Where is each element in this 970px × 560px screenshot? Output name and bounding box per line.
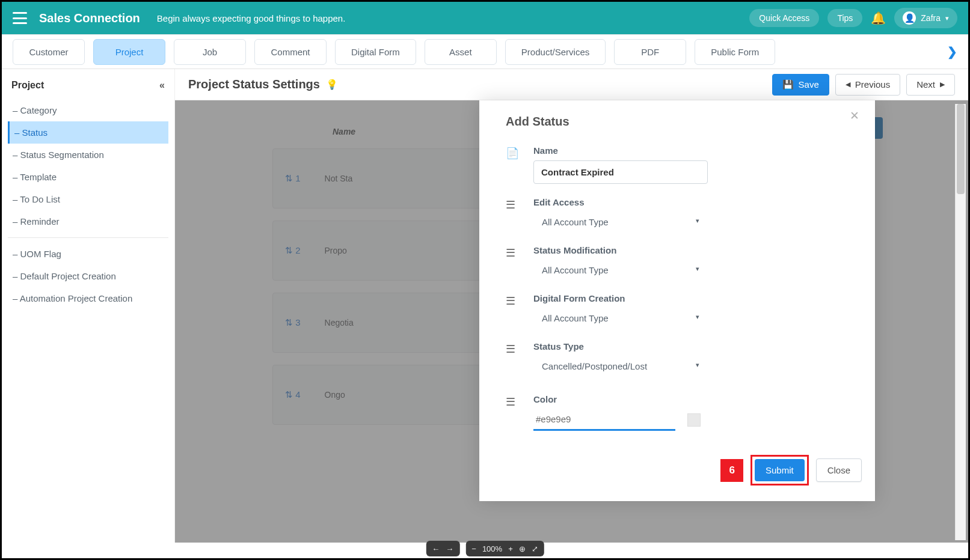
shrink-icon[interactable]: ⤢ xyxy=(532,544,538,553)
edit-access-select[interactable]: All Account Type▾ xyxy=(533,212,708,232)
nav-forward-icon[interactable]: → xyxy=(446,544,453,553)
zoom-label: 100% xyxy=(482,544,502,553)
sidebar-item-default-project-creation[interactable]: – Default Project Creation xyxy=(8,265,168,287)
tab-job[interactable]: Job xyxy=(174,39,246,65)
scrollbar[interactable] xyxy=(955,104,966,540)
caret-down-icon: ▾ xyxy=(696,361,699,371)
lightbulb-icon[interactable]: 💡 xyxy=(326,79,338,90)
color-input[interactable] xyxy=(533,409,675,431)
modal-title: Add Status xyxy=(506,115,862,129)
user-menu[interactable]: 👤 Zafra ▾ xyxy=(894,8,957,28)
edit-access-label: Edit Access xyxy=(533,197,862,207)
caret-down-icon: ▾ xyxy=(696,313,699,323)
top-bar: Sales Connection Begin always expecting … xyxy=(2,2,968,34)
name-input[interactable] xyxy=(533,160,708,184)
sidebar-item-status-segmentation[interactable]: – Status Segmentation xyxy=(8,144,168,166)
tab-digital-form[interactable]: Digital Form xyxy=(335,39,416,65)
status-modification-label: Status Modification xyxy=(533,245,862,255)
tabs-scroll-right-icon[interactable]: ❯ xyxy=(947,44,957,59)
app-title: Sales Connection xyxy=(39,11,140,25)
menu-icon[interactable] xyxy=(13,12,27,24)
sidebar-item-reminder[interactable]: – Reminder xyxy=(8,210,168,233)
list-icon: ☰ xyxy=(506,394,533,409)
next-button[interactable]: Next▶ xyxy=(906,74,955,96)
bell-icon[interactable]: 🔔 xyxy=(871,11,886,25)
tab-project[interactable]: Project xyxy=(93,39,165,65)
caret-down-icon: ▾ xyxy=(696,265,699,275)
tab-pdf[interactable]: PDF xyxy=(614,39,686,65)
step-callout: 6 xyxy=(720,459,743,482)
name-label: Name xyxy=(533,145,862,156)
submit-highlight: Submit xyxy=(751,455,809,485)
tab-customer[interactable]: Customer xyxy=(13,39,85,65)
close-icon[interactable]: ✕ xyxy=(850,109,859,123)
sidebar-item-uom-flag[interactable]: – UOM Flag xyxy=(8,243,168,265)
save-button[interactable]: 💾 Save xyxy=(772,74,829,96)
status-type-select[interactable]: Cancelled/Postponed/Lost▾ xyxy=(533,356,708,376)
list-icon: ☰ xyxy=(506,341,533,356)
tab-product-services[interactable]: Product/Services xyxy=(505,39,606,65)
sidebar-item-todo[interactable]: – To Do List xyxy=(8,188,168,210)
close-button[interactable]: Close xyxy=(816,458,862,482)
tab-asset[interactable]: Asset xyxy=(425,39,497,65)
viewer-toolbar: ← → − 100% + ⊕ ⤢ xyxy=(426,541,544,556)
nav-back-icon[interactable]: ← xyxy=(432,544,440,553)
quick-access-button[interactable]: Quick Access xyxy=(749,9,819,27)
color-label: Color xyxy=(533,394,862,404)
sidebar-item-automation-project-creation[interactable]: – Automation Project Creation xyxy=(8,287,168,309)
list-icon: ☰ xyxy=(506,197,533,212)
list-icon: ☰ xyxy=(506,245,533,260)
sidebar-item-status[interactable]: – Status xyxy=(8,121,168,144)
page-header: Project Status Settings 💡 💾 Save ◀Previo… xyxy=(175,69,968,100)
submit-button[interactable]: Submit xyxy=(755,459,805,481)
document-icon: 📄 xyxy=(506,145,533,160)
sidebar-divider xyxy=(8,237,168,238)
collapse-icon[interactable]: « xyxy=(159,80,165,91)
list-icon: ☰ xyxy=(506,293,533,308)
page-title: Project Status Settings xyxy=(188,78,320,91)
reset-zoom-icon[interactable]: ⊕ xyxy=(519,544,526,553)
scrollbar-thumb[interactable] xyxy=(957,104,965,194)
sidebar: Project « – Category – Status – Status S… xyxy=(2,69,175,543)
tips-button[interactable]: Tips xyxy=(827,9,862,27)
digital-form-creation-label: Digital Form Creation xyxy=(533,293,862,303)
chevron-down-icon: ▾ xyxy=(945,14,949,22)
tab-comment[interactable]: Comment xyxy=(254,39,327,65)
caret-down-icon: ▾ xyxy=(696,217,699,227)
status-type-label: Status Type xyxy=(533,341,862,352)
tab-public-form[interactable]: Public Form xyxy=(695,39,775,65)
sidebar-item-category[interactable]: – Category xyxy=(8,99,168,121)
tagline: Begin always expecting good things to ha… xyxy=(157,13,346,23)
sidebar-title: Project xyxy=(11,80,44,91)
color-swatch[interactable] xyxy=(687,413,701,427)
sidebar-item-template[interactable]: – Template xyxy=(8,166,168,188)
digital-form-creation-select[interactable]: All Account Type▾ xyxy=(533,308,708,328)
zoom-in-icon[interactable]: + xyxy=(508,544,513,553)
user-name: Zafra xyxy=(921,13,941,23)
avatar-icon: 👤 xyxy=(903,11,916,25)
add-status-modal: ✕ Add Status 📄 Name ☰ Edit Access All Ac… xyxy=(479,100,875,501)
status-modification-select[interactable]: All Account Type▾ xyxy=(533,260,708,280)
previous-button[interactable]: ◀Previous xyxy=(835,74,900,96)
tabs-bar: Customer Project Job Comment Digital For… xyxy=(2,34,968,69)
zoom-out-icon[interactable]: − xyxy=(471,544,476,553)
